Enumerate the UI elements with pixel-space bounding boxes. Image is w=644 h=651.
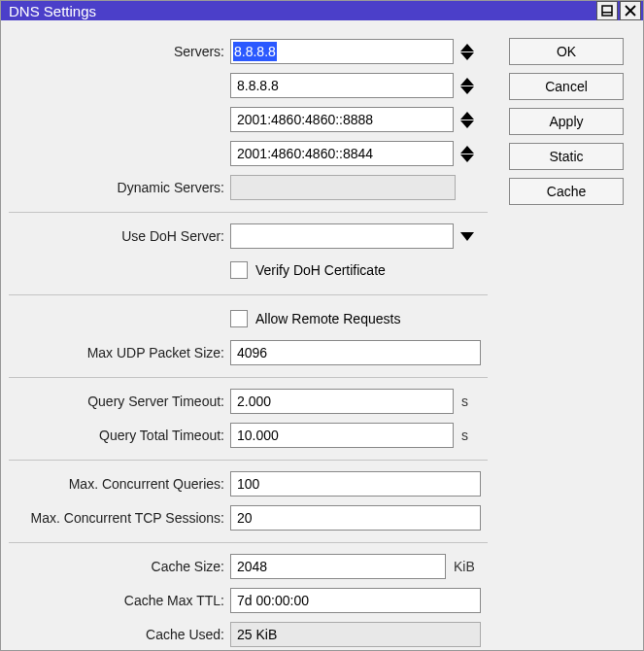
minimize-icon — [601, 5, 613, 17]
kib-unit: KiB — [450, 559, 483, 574]
chevron-up-icon — [460, 44, 474, 51]
max-concurrent-tcp-row: Max. Concurrent TCP Sessions: — [9, 502, 488, 533]
chevron-down-icon — [460, 154, 474, 162]
window-title: DNS Settings — [9, 3, 96, 19]
chevron-up-icon — [460, 146, 474, 154]
cache-used-value — [230, 622, 481, 647]
divider — [9, 377, 488, 378]
titlebar: DNS Settings — [1, 1, 643, 20]
cache-max-ttl-row: Cache Max TTL: — [9, 585, 488, 616]
server-spinner-2[interactable] — [458, 107, 477, 132]
servers-label: Servers: — [9, 44, 230, 59]
static-button[interactable]: Static — [509, 143, 624, 170]
verify-doh-row: Verify DoH Certificate — [9, 255, 488, 286]
chevron-up-icon — [460, 112, 474, 120]
dns-settings-window: DNS Settings Servers: 8.8.8.8 — [0, 0, 644, 651]
server-input-0[interactable] — [230, 39, 454, 64]
servers-row-3 — [9, 138, 488, 169]
checkbox-box — [230, 310, 248, 327]
seconds-unit: s — [458, 394, 485, 409]
verify-doh-label: Verify DoH Certificate — [255, 262, 386, 278]
server-input-2[interactable] — [230, 107, 454, 132]
server-input-1[interactable] — [230, 73, 454, 98]
chevron-down-icon — [460, 52, 474, 60]
checkbox-box — [230, 261, 248, 279]
query-total-timeout-label: Query Total Timeout: — [9, 428, 230, 443]
cache-used-row: Cache Used: — [9, 619, 488, 650]
svg-rect-1 — [602, 12, 612, 14]
server-spinner-3[interactable] — [458, 141, 477, 166]
query-server-timeout-input[interactable] — [230, 389, 454, 414]
doh-server-combo[interactable] — [230, 223, 454, 249]
allow-remote-checkbox[interactable]: Allow Remote Requests — [230, 310, 400, 327]
svg-rect-0 — [602, 6, 612, 16]
server-input-3[interactable] — [230, 141, 454, 166]
window-controls — [596, 1, 641, 20]
dynamic-servers-input — [230, 175, 456, 200]
server-spinner-0[interactable] — [458, 39, 477, 64]
apply-button[interactable]: Apply — [509, 108, 624, 135]
max-udp-row: Max UDP Packet Size: — [9, 337, 488, 368]
allow-remote-row: Allow Remote Requests — [9, 303, 488, 334]
dynamic-servers-label: Dynamic Servers: — [9, 180, 230, 195]
max-udp-input[interactable] — [230, 340, 481, 365]
servers-row-1 — [9, 70, 488, 101]
max-udp-label: Max UDP Packet Size: — [9, 345, 230, 360]
query-server-timeout-label: Query Server Timeout: — [9, 394, 230, 409]
max-concurrent-tcp-input[interactable] — [230, 505, 481, 531]
servers-row-2 — [9, 104, 488, 135]
max-concurrent-queries-label: Max. Concurrent Queries: — [9, 476, 230, 492]
allow-remote-label: Allow Remote Requests — [255, 311, 400, 326]
query-server-timeout-row: Query Server Timeout: s — [9, 386, 488, 417]
max-concurrent-tcp-label: Max. Concurrent TCP Sessions: — [9, 510, 230, 526]
max-concurrent-queries-input[interactable] — [230, 471, 481, 497]
cache-max-ttl-input[interactable] — [230, 588, 481, 613]
cache-size-input[interactable] — [230, 554, 446, 579]
dynamic-servers-row: Dynamic Servers: — [9, 172, 488, 203]
divider — [9, 212, 488, 213]
close-button[interactable] — [620, 1, 641, 20]
ok-button[interactable]: OK — [509, 38, 624, 65]
cancel-button[interactable]: Cancel — [509, 73, 624, 100]
verify-doh-checkbox[interactable]: Verify DoH Certificate — [230, 261, 386, 279]
server-spinner-1[interactable] — [458, 73, 477, 98]
servers-row-0: Servers: 8.8.8.8 — [9, 36, 488, 67]
query-total-timeout-input[interactable] — [230, 423, 454, 448]
divider — [9, 294, 488, 295]
query-total-timeout-row: Query Total Timeout: s — [9, 420, 488, 451]
chevron-down-icon — [460, 232, 474, 241]
seconds-unit: s — [458, 428, 485, 443]
cache-used-label: Cache Used: — [9, 627, 230, 642]
doh-row: Use DoH Server: — [9, 221, 488, 252]
dialog-body: Servers: 8.8.8.8 — [1, 20, 643, 651]
button-column: OK Cancel Apply Static Cache — [509, 36, 624, 651]
close-icon — [625, 5, 636, 17]
cache-size-row: Cache Size: KiB — [9, 551, 488, 582]
doh-dropdown-button[interactable] — [458, 232, 477, 241]
cache-button[interactable]: Cache — [509, 178, 624, 205]
cache-max-ttl-label: Cache Max TTL: — [9, 593, 230, 608]
chevron-up-icon — [460, 78, 474, 86]
minimize-button[interactable] — [596, 1, 618, 20]
cache-size-label: Cache Size: — [9, 559, 230, 574]
form-column: Servers: 8.8.8.8 — [9, 36, 488, 651]
max-concurrent-queries-row: Max. Concurrent Queries: — [9, 468, 488, 499]
chevron-down-icon — [460, 120, 474, 128]
use-doh-label: Use DoH Server: — [9, 228, 230, 244]
chevron-down-icon — [460, 86, 474, 94]
divider — [9, 542, 488, 543]
divider — [9, 460, 488, 461]
